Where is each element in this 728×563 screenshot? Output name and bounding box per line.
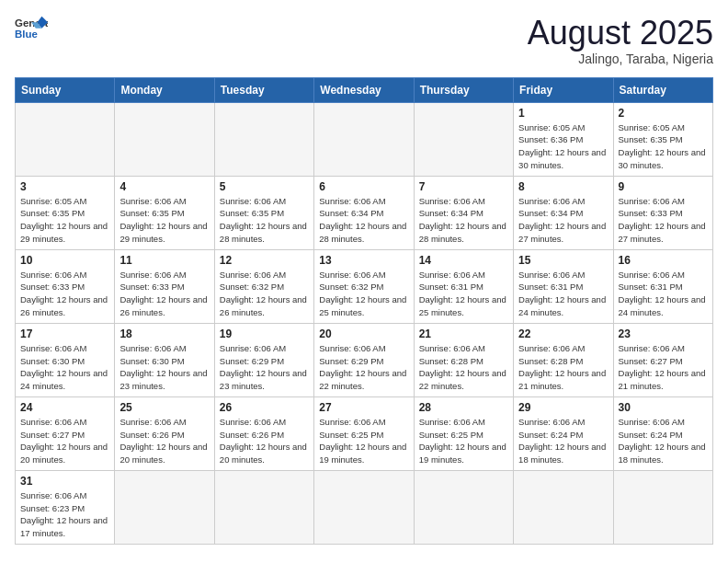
- calendar-cell: [514, 470, 613, 544]
- day-number: 7: [419, 180, 508, 193]
- logo: General Blue: [15, 15, 48, 40]
- calendar-cell: 29Sunrise: 6:06 AM Sunset: 6:24 PM Dayli…: [514, 396, 613, 470]
- day-info: Sunrise: 6:06 AM Sunset: 6:25 PM Dayligh…: [319, 416, 408, 466]
- day-info: Sunrise: 6:06 AM Sunset: 6:28 PM Dayligh…: [518, 342, 608, 393]
- calendar-cell: [414, 102, 513, 176]
- day-number: 2: [619, 107, 708, 120]
- day-number: 9: [619, 180, 708, 193]
- day-info: Sunrise: 6:06 AM Sunset: 6:33 PM Dayligh…: [119, 269, 209, 319]
- day-number: 28: [419, 401, 508, 414]
- day-number: 31: [20, 475, 109, 488]
- calendar-header-thursday: Thursday: [414, 77, 513, 102]
- day-number: 17: [20, 327, 109, 340]
- calendar-cell: 16Sunrise: 6:06 AM Sunset: 6:31 PM Dayli…: [613, 249, 712, 323]
- calendar-cell: 30Sunrise: 6:06 AM Sunset: 6:24 PM Dayli…: [613, 396, 712, 470]
- day-number: 18: [119, 327, 209, 340]
- day-number: 5: [220, 180, 309, 193]
- calendar-cell: 26Sunrise: 6:06 AM Sunset: 6:26 PM Dayli…: [214, 396, 313, 470]
- day-number: 27: [319, 401, 408, 414]
- calendar-cell: [16, 102, 115, 176]
- calendar-header-monday: Monday: [115, 77, 214, 102]
- day-info: Sunrise: 6:06 AM Sunset: 6:33 PM Dayligh…: [20, 269, 109, 319]
- day-number: 14: [419, 254, 508, 267]
- calendar-cell: [314, 102, 414, 176]
- day-number: 4: [119, 180, 209, 193]
- calendar-cell: [214, 470, 313, 544]
- calendar-header-tuesday: Tuesday: [214, 77, 313, 102]
- calendar-week-row: 17Sunrise: 6:06 AM Sunset: 6:30 PM Dayli…: [16, 323, 713, 396]
- calendar-cell: [613, 470, 712, 544]
- day-number: 10: [20, 254, 109, 267]
- calendar-cell: 24Sunrise: 6:06 AM Sunset: 6:27 PM Dayli…: [16, 396, 115, 470]
- day-info: Sunrise: 6:06 AM Sunset: 6:25 PM Dayligh…: [419, 416, 508, 466]
- day-number: 21: [419, 327, 508, 340]
- day-info: Sunrise: 6:06 AM Sunset: 6:31 PM Dayligh…: [619, 269, 708, 319]
- calendar-cell: 14Sunrise: 6:06 AM Sunset: 6:31 PM Dayli…: [414, 249, 513, 323]
- day-number: 1: [518, 107, 608, 120]
- calendar-cell: 18Sunrise: 6:06 AM Sunset: 6:30 PM Dayli…: [115, 323, 214, 396]
- day-info: Sunrise: 6:06 AM Sunset: 6:27 PM Dayligh…: [20, 416, 109, 466]
- day-info: Sunrise: 6:06 AM Sunset: 6:31 PM Dayligh…: [518, 269, 608, 319]
- calendar-cell: 7Sunrise: 6:06 AM Sunset: 6:34 PM Daylig…: [414, 176, 513, 249]
- day-info: Sunrise: 6:06 AM Sunset: 6:27 PM Dayligh…: [619, 342, 708, 393]
- day-info: Sunrise: 6:06 AM Sunset: 6:32 PM Dayligh…: [220, 269, 309, 319]
- day-number: 23: [619, 327, 708, 340]
- calendar-cell: 25Sunrise: 6:06 AM Sunset: 6:26 PM Dayli…: [115, 396, 214, 470]
- month-title: August 2025: [528, 15, 713, 52]
- day-number: 15: [518, 254, 608, 267]
- day-info: Sunrise: 6:06 AM Sunset: 6:30 PM Dayligh…: [119, 342, 209, 393]
- calendar-cell: 15Sunrise: 6:06 AM Sunset: 6:31 PM Dayli…: [514, 249, 613, 323]
- day-number: 19: [220, 327, 309, 340]
- day-number: 16: [619, 254, 708, 267]
- calendar-cell: 9Sunrise: 6:06 AM Sunset: 6:33 PM Daylig…: [613, 176, 712, 249]
- calendar-cell: 27Sunrise: 6:06 AM Sunset: 6:25 PM Dayli…: [314, 396, 414, 470]
- day-number: 11: [119, 254, 209, 267]
- location-subtitle: Jalingo, Taraba, Nigeria: [528, 52, 713, 66]
- calendar-table: SundayMondayTuesdayWednesdayThursdayFrid…: [15, 77, 713, 545]
- calendar-cell: 2Sunrise: 6:05 AM Sunset: 6:35 PM Daylig…: [613, 102, 712, 176]
- calendar-header-row: SundayMondayTuesdayWednesdayThursdayFrid…: [16, 77, 713, 102]
- calendar-cell: [414, 470, 513, 544]
- calendar-cell: [115, 470, 214, 544]
- calendar-cell: [214, 102, 313, 176]
- day-info: Sunrise: 6:06 AM Sunset: 6:35 PM Dayligh…: [220, 195, 309, 246]
- day-number: 22: [518, 327, 608, 340]
- day-number: 12: [220, 254, 309, 267]
- day-number: 24: [20, 401, 109, 414]
- day-number: 13: [319, 254, 408, 267]
- calendar-cell: 31Sunrise: 6:06 AM Sunset: 6:23 PM Dayli…: [16, 470, 115, 544]
- day-number: 25: [119, 401, 209, 414]
- calendar-week-row: 10Sunrise: 6:06 AM Sunset: 6:33 PM Dayli…: [16, 249, 713, 323]
- calendar-cell: 11Sunrise: 6:06 AM Sunset: 6:33 PM Dayli…: [115, 249, 214, 323]
- calendar-cell: 8Sunrise: 6:06 AM Sunset: 6:34 PM Daylig…: [514, 176, 613, 249]
- day-info: Sunrise: 6:06 AM Sunset: 6:34 PM Dayligh…: [518, 195, 608, 246]
- calendar-cell: 17Sunrise: 6:06 AM Sunset: 6:30 PM Dayli…: [16, 323, 115, 396]
- calendar-week-row: 3Sunrise: 6:05 AM Sunset: 6:35 PM Daylig…: [16, 176, 713, 249]
- day-info: Sunrise: 6:06 AM Sunset: 6:28 PM Dayligh…: [419, 342, 508, 393]
- calendar-header-friday: Friday: [514, 77, 613, 102]
- day-info: Sunrise: 6:06 AM Sunset: 6:31 PM Dayligh…: [419, 269, 508, 319]
- calendar-header-saturday: Saturday: [613, 77, 712, 102]
- calendar-cell: 23Sunrise: 6:06 AM Sunset: 6:27 PM Dayli…: [613, 323, 712, 396]
- calendar-cell: 5Sunrise: 6:06 AM Sunset: 6:35 PM Daylig…: [214, 176, 313, 249]
- day-info: Sunrise: 6:06 AM Sunset: 6:34 PM Dayligh…: [319, 195, 408, 246]
- calendar-cell: [115, 102, 214, 176]
- day-info: Sunrise: 6:06 AM Sunset: 6:23 PM Dayligh…: [20, 489, 109, 540]
- calendar-cell: 4Sunrise: 6:06 AM Sunset: 6:35 PM Daylig…: [115, 176, 214, 249]
- day-info: Sunrise: 6:06 AM Sunset: 6:29 PM Dayligh…: [220, 342, 309, 393]
- day-info: Sunrise: 6:06 AM Sunset: 6:26 PM Dayligh…: [220, 416, 309, 466]
- calendar-cell: 10Sunrise: 6:06 AM Sunset: 6:33 PM Dayli…: [16, 249, 115, 323]
- calendar-week-row: 1Sunrise: 6:05 AM Sunset: 6:36 PM Daylig…: [16, 102, 713, 176]
- day-info: Sunrise: 6:06 AM Sunset: 6:33 PM Dayligh…: [619, 195, 708, 246]
- calendar-cell: 13Sunrise: 6:06 AM Sunset: 6:32 PM Dayli…: [314, 249, 414, 323]
- day-info: Sunrise: 6:06 AM Sunset: 6:35 PM Dayligh…: [119, 195, 209, 246]
- day-info: Sunrise: 6:06 AM Sunset: 6:24 PM Dayligh…: [518, 416, 608, 466]
- svg-text:Blue: Blue: [15, 29, 38, 40]
- title-area: August 2025 Jalingo, Taraba, Nigeria: [528, 15, 713, 66]
- calendar-cell: 21Sunrise: 6:06 AM Sunset: 6:28 PM Dayli…: [414, 323, 513, 396]
- calendar-cell: 12Sunrise: 6:06 AM Sunset: 6:32 PM Dayli…: [214, 249, 313, 323]
- day-number: 8: [518, 180, 608, 193]
- day-info: Sunrise: 6:06 AM Sunset: 6:24 PM Dayligh…: [619, 416, 708, 466]
- calendar-cell: 22Sunrise: 6:06 AM Sunset: 6:28 PM Dayli…: [514, 323, 613, 396]
- calendar-cell: 1Sunrise: 6:05 AM Sunset: 6:36 PM Daylig…: [514, 102, 613, 176]
